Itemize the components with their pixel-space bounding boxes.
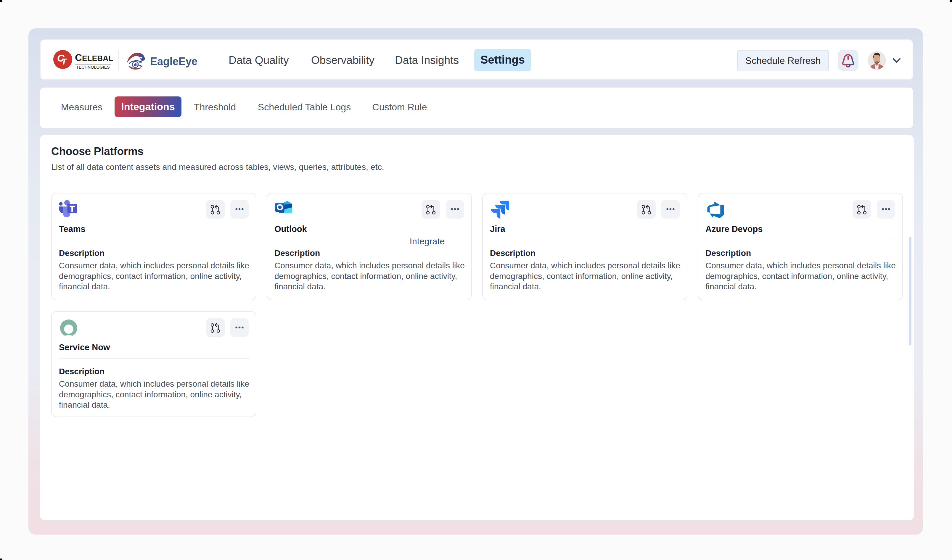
- svg-text:T: T: [61, 57, 68, 66]
